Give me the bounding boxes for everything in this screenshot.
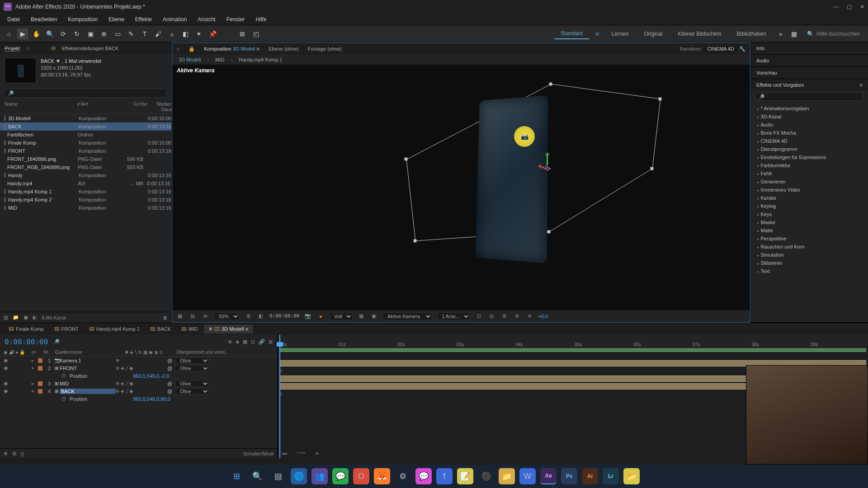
snapshot-icon[interactable]: 📷: [304, 313, 312, 320]
work-area-bar[interactable]: [279, 348, 866, 352]
pickwhip-icon[interactable]: @: [167, 389, 172, 394]
schalter-modi[interactable]: Schalter/Modi: [243, 451, 274, 456]
viewer-canvas[interactable]: Aktive Kamera 📷: [172, 65, 750, 310]
taskbar-lightroom-icon[interactable]: Lr: [603, 468, 619, 484]
res-select[interactable]: Voll: [329, 312, 353, 320]
project-item[interactable]: Handy.mp4 Komp 1Komposition0:00:13:16: [0, 188, 171, 196]
region-icon[interactable]: ◧: [257, 313, 265, 320]
stopwatch-icon[interactable]: ⏱: [61, 396, 68, 402]
twist-icon[interactable]: ▾: [32, 389, 38, 394]
workspace-bibliotheken[interactable]: Bibliotheken: [731, 29, 773, 39]
menu-hilfe[interactable]: Hilfe: [251, 14, 271, 24]
twist-icon[interactable]: ▸: [32, 358, 38, 363]
pickwhip-icon[interactable]: @: [167, 381, 172, 386]
taskbar-photoshop-icon[interactable]: Ps: [561, 468, 577, 484]
interpret-icon[interactable]: ▥: [4, 314, 8, 320]
panel-info[interactable]: Info: [751, 42, 868, 54]
parent-select[interactable]: Ohne: [175, 357, 209, 364]
selection-tool-icon[interactable]: ▶: [17, 28, 28, 39]
vtab-komposition[interactable]: Komposition 3D Modell ≡: [204, 46, 259, 52]
timeline-tab[interactable]: ✕ 3D Modell ≡: [204, 325, 253, 333]
timeline-timecode[interactable]: 0:00:00:00: [5, 338, 48, 346]
viewer-lock-icon[interactable]: 🔒: [189, 46, 195, 52]
project-item[interactable]: 3D ModellKomposition0:00:10:00: [0, 114, 171, 122]
zoom-slider[interactable]: ○━━: [296, 450, 306, 456]
tlfoot-icon1[interactable]: ⊕: [4, 450, 8, 456]
effect-category[interactable]: Dienstprogramm: [751, 145, 868, 153]
vtab-ebene[interactable]: Ebene (ohne): [269, 46, 299, 52]
mask-icon[interactable]: 👁: [201, 313, 209, 320]
renderer-selector[interactable]: Renderer:CINEMA 4D 🔧: [680, 46, 745, 52]
taskbar-facebook-icon[interactable]: f: [436, 468, 453, 484]
eraser-tool-icon[interactable]: ◧: [180, 28, 191, 39]
search-help[interactable]: 🔍 Hilfe durchsuchen: [802, 31, 864, 37]
project-search-input[interactable]: [5, 89, 167, 98]
timeline-ruler[interactable]: 00s01s02s03s04s05s06s07s08s09s10s: [278, 335, 868, 348]
effect-category[interactable]: Rauschen und Korn: [751, 243, 868, 251]
workspace-standard[interactable]: Standard: [554, 28, 589, 39]
tl-icon5[interactable]: 🔗: [259, 339, 265, 345]
comp-flow-icon[interactable]: ⊕: [513, 313, 521, 320]
timeline-layer[interactable]: ◉▸1📷Kamera 1⊕@Ohne: [0, 357, 277, 364]
timeline-tab[interactable]: MID: [177, 325, 202, 333]
parent-select[interactable]: Ohne: [175, 388, 209, 394]
tab-effekteinstellungen[interactable]: Effekteinstellungen BACK: [62, 46, 119, 51]
exp-reset-icon[interactable]: ⊛: [525, 313, 533, 320]
twist-icon[interactable]: ▸: [32, 381, 38, 386]
tlfoot-icon3[interactable]: {}: [21, 451, 24, 456]
tab-projekt-menu-icon[interactable]: ≡: [26, 46, 29, 51]
phone-3d-object[interactable]: [476, 95, 548, 263]
type-tool-icon[interactable]: T: [139, 28, 150, 39]
playhead[interactable]: [279, 335, 280, 458]
flowout-icon[interactable]: ≡: [177, 46, 179, 52]
fast-icon[interactable]: ⊟: [487, 313, 495, 320]
timeline-tab[interactable]: FRONT: [50, 325, 83, 333]
transparent-icon[interactable]: ▦: [357, 313, 365, 320]
brush-tool-icon[interactable]: 🖌: [153, 28, 164, 39]
menu-bearbeiten[interactable]: Bearbeiten: [26, 14, 61, 24]
effect-category[interactable]: Keys: [751, 210, 868, 218]
zoom-in-icon[interactable]: ▲: [315, 450, 320, 455]
taskbar-notes-icon[interactable]: 📝: [457, 468, 473, 484]
project-item[interactable]: MIDKomposition0:00:13:16: [0, 204, 171, 212]
crumb-2[interactable]: Handy.mp4 Komp 1: [239, 57, 282, 62]
exposure-value[interactable]: +0,0: [538, 314, 548, 319]
taskbar-taskview-icon[interactable]: ▤: [270, 468, 286, 484]
project-item[interactable]: FRONT_RGB_1840886.pngPNG-Datei503 KB: [0, 163, 171, 171]
col-size[interactable]: Größe: [120, 101, 147, 112]
clone-tool-icon[interactable]: ▵: [166, 28, 177, 39]
roto-tool-icon[interactable]: ✶: [193, 28, 204, 39]
tl-icon6[interactable]: ⊞: [269, 339, 273, 345]
camera-select[interactable]: Aktive Kamera: [382, 312, 432, 320]
taskbar-word-icon[interactable]: W: [519, 468, 536, 484]
views-select[interactable]: 1 Ansi...: [437, 312, 470, 320]
taskbar-windows-icon[interactable]: ⊞: [228, 468, 245, 484]
minimize-icon[interactable]: —: [833, 4, 839, 10]
taskbar-explorer-icon[interactable]: 📁: [499, 468, 515, 484]
zoom-out-icon[interactable]: ▬: [282, 450, 287, 455]
menu-datei[interactable]: Datei: [3, 14, 24, 24]
effect-category[interactable]: Perspektive: [751, 235, 868, 243]
trash-icon[interactable]: 🗑: [163, 315, 168, 320]
effect-category[interactable]: * Animationsvorgaben: [751, 104, 868, 113]
panel-audio[interactable]: Audio: [751, 55, 868, 66]
project-item[interactable]: Handy.mp4AVI… MB0:00:13:16: [0, 179, 171, 188]
effect-category[interactable]: Audio: [751, 121, 868, 129]
newfolder-icon[interactable]: 📁: [13, 314, 19, 320]
timeline-tab[interactable]: Finale Komp: [5, 325, 48, 333]
bpc-label[interactable]: 8-Bit-Kanal: [42, 315, 66, 320]
eye-icon[interactable]: ◉: [4, 388, 10, 394]
snap-icon[interactable]: ⊞: [237, 28, 248, 39]
grid-icon[interactable]: ▤: [189, 313, 197, 320]
project-item[interactable]: FarbflächenOrdner: [0, 131, 171, 139]
project-list[interactable]: 3D ModellKomposition0:00:10:00BACKKompos…: [0, 114, 171, 312]
stopwatch-icon[interactable]: ⏱: [61, 373, 68, 379]
taskbar-app-icon[interactable]: ⚙: [395, 468, 411, 484]
taskbar-aftereffects-icon[interactable]: Ae: [540, 468, 557, 484]
zoom-tool-icon[interactable]: 🔍: [44, 28, 55, 39]
workspace-overflow-icon[interactable]: »: [775, 28, 786, 39]
zoom-select[interactable]: 50%: [214, 312, 240, 320]
workspace-original[interactable]: Original: [637, 29, 669, 39]
twist-icon[interactable]: ▾: [32, 366, 38, 371]
panel-effects[interactable]: Effekte und Vorgaben ≡: [751, 79, 868, 91]
